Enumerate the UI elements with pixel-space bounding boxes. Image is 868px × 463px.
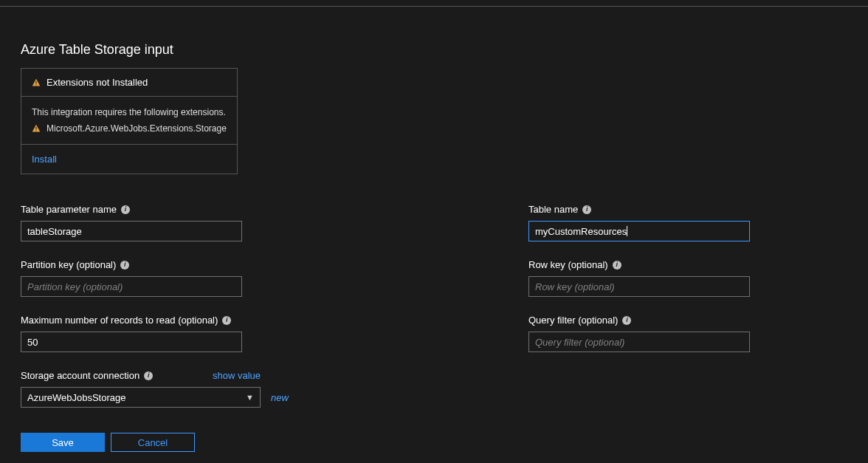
table-param-input[interactable] (21, 221, 242, 241)
table-param-label: Table parameter name (21, 204, 117, 215)
svg-rect-0 (35, 80, 36, 83)
storage-conn-selected: AzureWebJobsStorage (27, 392, 125, 403)
row-key-label: Row key (optional) (528, 259, 608, 270)
install-link[interactable]: Install (32, 154, 57, 165)
query-filter-label: Query filter (optional) (528, 315, 618, 326)
storage-conn-label: Storage account connection (21, 370, 140, 381)
warning-triangle-icon (32, 124, 41, 133)
info-icon[interactable]: i (582, 205, 591, 214)
new-connection-link[interactable]: new (271, 392, 289, 403)
show-value-link[interactable]: show value (213, 370, 261, 381)
cancel-button[interactable]: Cancel (111, 433, 195, 452)
warning-header: Extensions not Installed (21, 69, 237, 96)
partition-key-input[interactable] (21, 276, 242, 297)
warning-header-text: Extensions not Installed (46, 77, 148, 88)
warning-triangle-icon (32, 78, 41, 87)
query-filter-input[interactable] (528, 332, 750, 352)
info-icon[interactable]: i (613, 261, 621, 270)
svg-rect-3 (35, 130, 36, 131)
table-name-input[interactable]: myCustomResources (528, 221, 750, 241)
row-key-input[interactable] (528, 276, 750, 297)
save-button[interactable]: Save (21, 433, 105, 452)
chevron-down-icon: ▼ (246, 393, 254, 402)
extensions-warning-panel: Extensions not Installed This integratio… (21, 68, 238, 174)
table-name-label: Table name (528, 204, 578, 215)
info-icon[interactable]: i (144, 371, 153, 380)
svg-rect-1 (35, 84, 36, 85)
svg-rect-2 (35, 127, 36, 130)
table-name-value: myCustomResources (535, 226, 627, 237)
extension-name: Microsoft.Azure.WebJobs.Extensions.Stora… (46, 123, 227, 134)
info-icon[interactable]: i (120, 261, 129, 270)
text-cursor (627, 226, 627, 236)
page-title: Azure Table Storage input (21, 42, 847, 58)
warning-body: This integration requires the following … (21, 96, 237, 144)
max-records-label: Maximum number of records to read (optio… (21, 315, 218, 326)
info-icon[interactable]: i (622, 316, 631, 325)
max-records-input[interactable] (21, 332, 242, 352)
warning-body-text: This integration requires the following … (32, 107, 227, 117)
partition-key-label: Partition key (optional) (21, 259, 116, 270)
info-icon[interactable]: i (222, 316, 231, 325)
warning-footer: Install (21, 144, 237, 174)
info-icon[interactable]: i (121, 205, 130, 214)
storage-conn-select[interactable]: AzureWebJobsStorage ▼ (21, 387, 261, 408)
